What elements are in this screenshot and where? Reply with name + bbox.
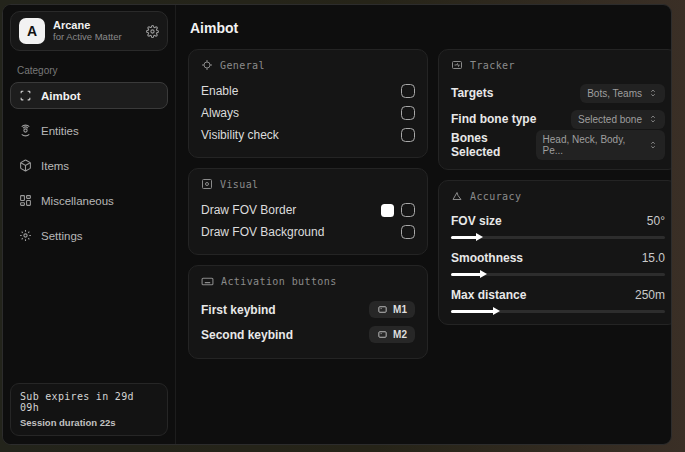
- targets-dropdown[interactable]: Bots, Teams: [580, 84, 665, 103]
- expand-icon: [648, 114, 658, 124]
- setting-row-draw-fov-background: Draw FOV Background: [201, 221, 415, 243]
- always-checkbox[interactable]: [401, 106, 415, 120]
- setting-label: Bones Selected: [451, 131, 536, 159]
- card-title: Activation buttons: [221, 276, 337, 287]
- dropdown-value: Selected bone: [578, 114, 642, 125]
- setting-row-targets: Targets Bots, Teams: [451, 80, 665, 106]
- setting-row-smoothness: Smoothness 15.0: [451, 248, 665, 276]
- draw-fov-border-checkbox[interactable]: [401, 203, 415, 217]
- card-title: General: [220, 60, 265, 71]
- sidebar-item-label: Settings: [41, 230, 83, 242]
- activation-buttons-card: Activation buttons First keybind M1: [188, 265, 428, 359]
- setting-row-draw-fov-border: Draw FOV Border: [201, 199, 415, 221]
- visual-card: Visual Draw FOV Border Draw FOV Backgrou…: [188, 168, 428, 255]
- visibility-check-checkbox[interactable]: [401, 128, 415, 142]
- sidebar-item-items[interactable]: Items: [10, 152, 168, 179]
- setting-row-bones-selected: Bones Selected Head, Neck, Body, Pe...: [451, 132, 665, 158]
- sidebar-item-label: Entities: [41, 125, 79, 137]
- category-label: Category: [17, 65, 168, 76]
- find-bone-type-dropdown[interactable]: Selected bone: [571, 110, 665, 129]
- mouse-icon: [377, 304, 388, 315]
- setting-row-first-keybind: First keybind M1: [201, 297, 415, 322]
- sidebar: A Arcane for Active Matter Category Aimb…: [3, 5, 176, 444]
- setting-label: FOV size: [451, 214, 502, 228]
- enable-checkbox[interactable]: [401, 84, 415, 98]
- setting-label: Find bone type: [451, 112, 536, 126]
- setting-row-fov-size: FOV size 50°: [451, 211, 665, 239]
- setting-row-enable: Enable: [201, 80, 415, 102]
- sidebar-item-label: Items: [41, 160, 69, 172]
- general-card: General Enable Always Visibility check: [188, 49, 428, 158]
- setting-row-visibility-check: Visibility check: [201, 124, 415, 146]
- visual-frame-icon: [201, 178, 213, 190]
- slider-thumb[interactable]: [480, 270, 487, 278]
- slider-thumb[interactable]: [493, 307, 500, 315]
- tracker-card: Tracker Targets Bots, Teams: [438, 49, 672, 170]
- layout-grid-icon: [19, 194, 32, 207]
- subscription-info-card: Sub expires in 29d 09h Session duration …: [10, 383, 168, 436]
- expand-icon: [648, 88, 658, 98]
- sidebar-item-label: Miscellaneous: [41, 195, 114, 207]
- setting-row-find-bone-type: Find bone type Selected bone: [451, 106, 665, 132]
- gear-icon[interactable]: [146, 25, 159, 38]
- first-keybind-button[interactable]: M1: [369, 301, 415, 318]
- sidebar-item-aimbot[interactable]: Aimbot: [10, 82, 168, 109]
- session-duration-text: Session duration 22s: [20, 417, 158, 428]
- setting-label: Always: [201, 106, 239, 120]
- slider-thumb[interactable]: [476, 233, 483, 241]
- setting-row-max-distance: Max distance 250m: [451, 285, 665, 313]
- tracker-scope-icon: [451, 59, 463, 71]
- setting-label: Targets: [451, 86, 493, 100]
- setting-label: Max distance: [451, 288, 526, 302]
- dropdown-value: Bots, Teams: [587, 88, 642, 99]
- expand-icon: [648, 140, 658, 150]
- keyboard-icon: [201, 275, 214, 288]
- entities-radar-icon: [19, 124, 32, 137]
- max-distance-slider[interactable]: [451, 310, 665, 313]
- settings-gear-icon: [19, 229, 32, 242]
- smoothness-slider[interactable]: [451, 273, 665, 276]
- second-keybind-button[interactable]: M2: [369, 326, 415, 343]
- brand-logo: A: [19, 18, 45, 44]
- fov-border-color-swatch[interactable]: [381, 204, 394, 217]
- dropdown-value: Head, Neck, Body, Pe...: [543, 134, 642, 156]
- page-title: Aimbot: [190, 20, 672, 36]
- accuracy-card: Accuracy FOV size 50°: [438, 180, 672, 325]
- cube-icon: [19, 159, 32, 172]
- brand-card: A Arcane for Active Matter: [10, 11, 168, 51]
- keybind-value: M1: [393, 304, 407, 315]
- sidebar-item-settings[interactable]: Settings: [10, 222, 168, 249]
- setting-label: Enable: [201, 84, 238, 98]
- setting-label: Draw FOV Background: [201, 225, 324, 239]
- fov-size-slider[interactable]: [451, 236, 665, 239]
- setting-label: Visibility check: [201, 128, 279, 142]
- general-crosshair-icon: [201, 59, 213, 71]
- accuracy-gauge-icon: [451, 190, 463, 202]
- slider-value: 15.0: [642, 251, 665, 265]
- sub-expires-text: Sub expires in 29d 09h: [20, 391, 158, 413]
- keybind-value: M2: [393, 329, 407, 340]
- card-title: Tracker: [470, 60, 515, 71]
- card-title: Visual: [220, 179, 259, 190]
- sidebar-item-miscellaneous[interactable]: Miscellaneous: [10, 187, 168, 214]
- setting-row-always: Always: [201, 102, 415, 124]
- slider-value: 250m: [635, 288, 665, 302]
- bones-selected-dropdown[interactable]: Head, Neck, Body, Pe...: [536, 130, 665, 160]
- main-content: Aimbot General Enable: [176, 5, 672, 444]
- setting-label: Smoothness: [451, 251, 523, 265]
- sidebar-item-entities[interactable]: Entities: [10, 117, 168, 144]
- crosshair-scan-icon: [19, 89, 32, 102]
- setting-row-second-keybind: Second keybind M2: [201, 322, 415, 347]
- setting-label: Second keybind: [201, 328, 293, 342]
- draw-fov-background-checkbox[interactable]: [401, 225, 415, 239]
- brand-name: Arcane: [53, 19, 138, 32]
- brand-subtitle: for Active Matter: [53, 32, 138, 43]
- arcane-menu-window: A Arcane for Active Matter Category Aimb…: [2, 4, 672, 445]
- mouse-icon: [377, 329, 388, 340]
- setting-label: First keybind: [201, 303, 276, 317]
- setting-label: Draw FOV Border: [201, 203, 296, 217]
- sidebar-item-label: Aimbot: [41, 90, 81, 102]
- card-title: Accuracy: [470, 191, 521, 202]
- slider-value: 50°: [647, 214, 665, 228]
